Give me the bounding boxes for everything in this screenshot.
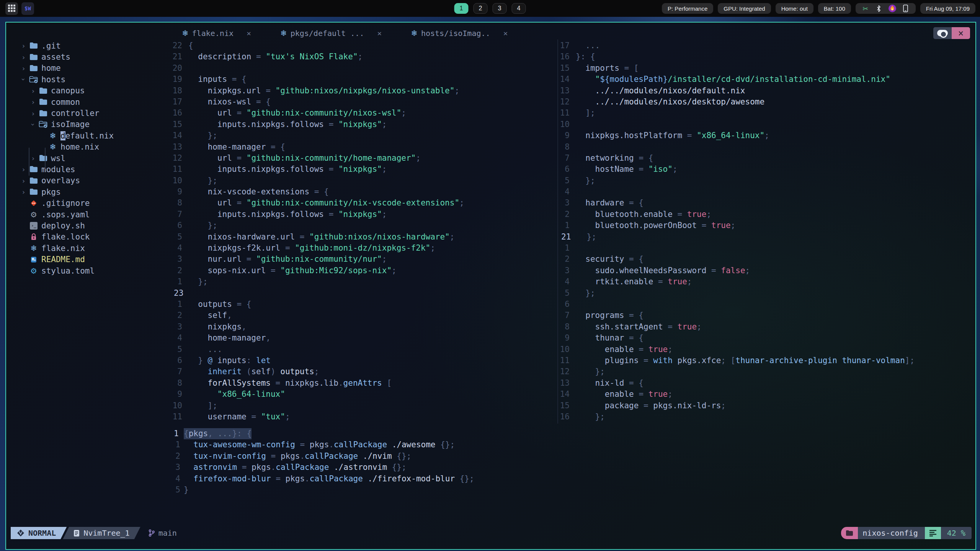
code-line[interactable]: 8 url = "github:nix-community/nix-vscode…	[172, 197, 557, 209]
tree-item-wsl[interactable]: ›wsl	[6, 153, 172, 164]
code-line[interactable]: 14 "${modulesPath}/installer/cd-dvd/inst…	[560, 74, 974, 85]
workspace-3[interactable]: 3	[493, 3, 507, 14]
chevron-closed-icon[interactable]: ›	[19, 177, 29, 185]
app-grid-button[interactable]	[5, 2, 18, 15]
code-line[interactable]: 7 networking = {	[560, 153, 974, 164]
tab-close-icon[interactable]: ×	[503, 29, 508, 38]
scissors-icon[interactable]: ✂	[861, 5, 870, 13]
bluetooth-icon[interactable]	[875, 5, 883, 12]
tab-hosts-isoImag-[interactable]: ❄hosts/isoImag..×	[405, 27, 513, 39]
code-line[interactable]: 7 inherit (self) outputs;	[172, 366, 557, 377]
code-line[interactable]: 2 tux-nvim-config = pkgs.callPackage ./n…	[172, 451, 972, 462]
code-line[interactable]: 4 home-manager,	[172, 333, 557, 344]
code-line[interactable]: 9 nix-vscode-extensions = {	[172, 186, 557, 197]
code-line[interactable]: 10	[560, 119, 974, 130]
chevron-closed-icon[interactable]: ›	[19, 188, 29, 196]
code-line[interactable]: 6 hostName = "iso";	[560, 164, 974, 175]
tree-item-pkgs[interactable]: ›pkgs	[6, 186, 172, 197]
tree-item-modules[interactable]: ›modules	[6, 164, 172, 175]
tree-item-home.nix[interactable]: ❄home.nix	[6, 142, 172, 153]
code-line[interactable]: 15 imports = [	[560, 63, 974, 74]
code-line[interactable]: 9 "x86_64-linux"	[172, 389, 557, 400]
workspace-1[interactable]: 1	[454, 3, 469, 14]
chevron-closed-icon[interactable]: ›	[29, 87, 38, 95]
window-toggle-button[interactable]	[933, 27, 952, 39]
code-line[interactable]: 10 enable = true;	[560, 344, 974, 355]
code-line[interactable]: 14 enable = true;	[560, 389, 974, 400]
code-line[interactable]: 8 forAllSystems = nixpkgs.lib.genAttrs [	[172, 378, 557, 389]
code-line[interactable]: 12 ../../modules/nixos/desktop/awesome	[560, 96, 974, 108]
chevron-closed-icon[interactable]: ›	[29, 154, 38, 162]
code-line[interactable]: 7 programs = {	[560, 310, 974, 321]
code-line[interactable]: 15 package = pkgs.nix-ld-rs;	[560, 400, 974, 411]
tree-item-flake.nix[interactable]: ❄flake.nix	[6, 243, 172, 254]
code-line[interactable]: 2 sops-nix.url = "github:Mic92/sops-nix"…	[172, 265, 557, 276]
code-line[interactable]: 3 nur.url = "github:nix-community/nur";	[172, 254, 557, 265]
code-line[interactable]: 5 ...	[172, 344, 557, 355]
chevron-closed-icon[interactable]: ›	[19, 64, 29, 72]
code-line[interactable]: 8	[560, 142, 974, 153]
chevron-closed-icon[interactable]: ›	[29, 109, 38, 117]
tab-pkgs-default-[interactable]: ❄pkgs/default ...×	[275, 27, 387, 39]
code-line[interactable]: 11 inputs.nixpkgs.follows = "nixpkgs";	[172, 164, 557, 175]
code-line[interactable]: 4	[560, 186, 974, 197]
code-line[interactable]: 9 nixpkgs.hostPlatform = "x86_64-linux";	[560, 130, 974, 141]
code-line[interactable]: 6 } @ inputs: let	[172, 355, 557, 366]
chevron-open-icon[interactable]: ›	[29, 121, 38, 129]
flame-icon[interactable]	[888, 4, 897, 13]
chevron-closed-icon[interactable]: ›	[19, 53, 29, 61]
tree-item-README.md[interactable]: M↓README.md	[6, 254, 172, 265]
code-line[interactable]: 12 };	[560, 366, 974, 377]
code-line[interactable]: 4 nixpkgs-f2k.url = "github:moni-dz/nixp…	[172, 243, 557, 254]
chevron-open-icon[interactable]: ›	[19, 75, 29, 83]
tree-item-overlays[interactable]: ›overlays	[6, 175, 172, 186]
code-line[interactable]: 21 };	[560, 231, 974, 243]
code-line[interactable]: 15 inputs.nixpkgs.follows = "nixpkgs";	[172, 119, 557, 130]
tree-item-stylua.toml[interactable]: ⚙stylua.toml	[6, 265, 172, 276]
tree-item-default.nix[interactable]: ❄default.nix	[6, 130, 172, 141]
code-line[interactable]: 4 firefox-mod-blur = pkgs.callPackage ./…	[172, 473, 972, 484]
code-line[interactable]: 10 ];	[172, 400, 557, 411]
tab-flake-nix[interactable]: ❄flake.nix×	[176, 27, 256, 39]
code-line[interactable]: 10 };	[172, 175, 557, 186]
tab-close-icon[interactable]: ×	[247, 29, 251, 38]
code-line[interactable]: 6	[560, 299, 974, 310]
chevron-closed-icon[interactable]: ›	[19, 42, 29, 50]
tree-item-canopus[interactable]: ›canopus	[6, 85, 172, 96]
chevron-closed-icon[interactable]: ›	[19, 165, 29, 173]
code-line[interactable]: 20	[172, 63, 557, 74]
code-line[interactable]: 2 self,	[172, 310, 557, 321]
code-line[interactable]: 13 home-manager = {	[172, 142, 557, 153]
code-line[interactable]: 8 ssh.startAgent = true;	[560, 321, 974, 333]
tree-item-assets[interactable]: ›assets	[6, 51, 172, 62]
code-line[interactable]: 11 ];	[560, 108, 974, 119]
code-line[interactable]: 9 thunar = {	[560, 333, 974, 344]
tree-item-flake.lock[interactable]: flake.lock	[6, 231, 172, 243]
code-line[interactable]: 6 };	[172, 220, 557, 231]
tree-item-.gitignore[interactable]: .gitignore	[6, 197, 172, 209]
tree-item-.git[interactable]: ›.git	[6, 40, 172, 51]
tree-item-.sops.yaml[interactable]: ⚙.sops.yaml	[6, 209, 172, 220]
code-line[interactable]: 1 bluetooth.powerOnBoot = true;	[560, 220, 974, 231]
code-line[interactable]: 1 };	[172, 276, 557, 287]
code-line[interactable]: 19 inputs = {	[172, 74, 557, 85]
code-line[interactable]: 22{	[172, 40, 557, 51]
code-line[interactable]: 2 bluetooth.enable = true;	[560, 209, 974, 220]
tree-item-home[interactable]: ›home	[6, 63, 172, 74]
code-line[interactable]: 11 plugins = with pkgs.xfce; [thunar-arc…	[560, 355, 974, 366]
code-line[interactable]: 5}	[172, 484, 972, 496]
tree-item-deploy.sh[interactable]: ›_deploy.sh	[6, 220, 172, 231]
code-line[interactable]: 13 ../../modules/nixos/default.nix	[560, 85, 974, 96]
code-line[interactable]: 17 nixos-wsl = {	[172, 96, 557, 108]
code-line[interactable]: 7 inputs.nixpkgs.follows = "nixpkgs";	[172, 209, 557, 220]
code-line[interactable]: 1{pkgs, ...}: {	[172, 428, 972, 439]
code-line[interactable]: 1 outputs = {	[172, 299, 557, 310]
pane-divider[interactable]	[557, 39, 558, 424]
code-line[interactable]: 3 hardware = {	[560, 197, 974, 209]
window-close-button[interactable]: ×	[952, 27, 970, 39]
code-line[interactable]: 5 };	[560, 288, 974, 299]
code-line[interactable]: 5 nixos-hardware.url = "github:nixos/nix…	[172, 231, 557, 243]
workspace-2[interactable]: 2	[474, 3, 488, 14]
code-line[interactable]: 16}: {	[560, 51, 974, 62]
code-line[interactable]: 5 };	[560, 175, 974, 186]
